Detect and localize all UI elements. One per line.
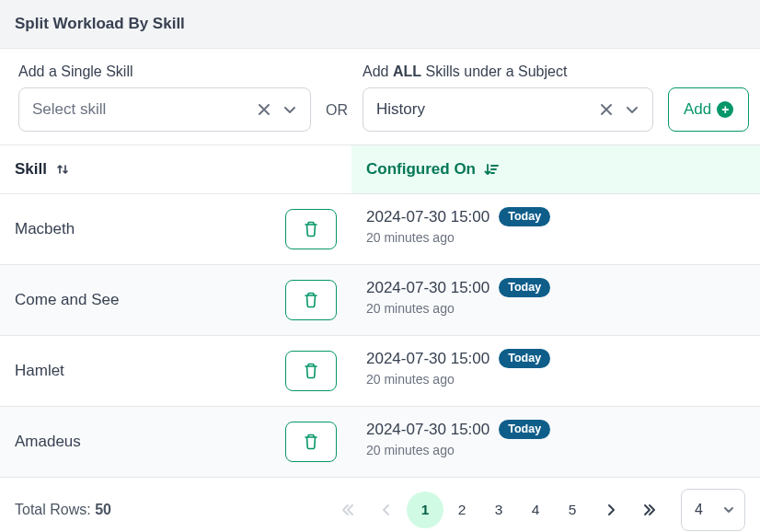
delete-row-button[interactable] xyxy=(285,280,337,320)
trash-icon xyxy=(304,434,318,450)
cell-configured: 2024-07-30 15:00Today20 minutes ago xyxy=(351,336,760,406)
subject-group: Add ALL Skills under a Subject History xyxy=(363,64,653,132)
subject-chevron-icon[interactable] xyxy=(621,98,643,121)
pagination: 12345 xyxy=(329,492,668,528)
skill-name: Macbeth xyxy=(15,220,75,238)
cell-configured: 2024-07-30 15:00Today20 minutes ago xyxy=(351,194,760,264)
table-row: Hamlet2024-07-30 15:00Today20 minutes ag… xyxy=(0,336,760,407)
x-icon xyxy=(257,102,271,117)
delete-row-button[interactable] xyxy=(285,209,337,249)
single-skill-group: Add a Single Skill Select skill xyxy=(18,64,311,132)
page-prev-button[interactable] xyxy=(368,492,405,528)
table-body: Macbeth2024-07-30 15:00Today20 minutes a… xyxy=(0,194,760,478)
chevron-down-icon xyxy=(625,102,639,117)
sort-both-icon xyxy=(54,161,71,178)
cell-configured: 2024-07-30 15:00Today20 minutes ago xyxy=(351,265,760,335)
trash-icon xyxy=(304,292,318,308)
page-number-button[interactable]: 2 xyxy=(443,492,480,528)
configured-timestamp: 2024-07-30 15:00 xyxy=(366,350,489,368)
page-header: Split Workload By Skill xyxy=(0,0,760,49)
page-title: Split Workload By Skill xyxy=(15,15,185,32)
cell-configured: 2024-07-30 15:00Today20 minutes ago xyxy=(351,407,760,477)
chevron-left-icon xyxy=(380,503,393,516)
total-rows: Total Rows: 50 xyxy=(15,502,111,518)
cell-skill: Macbeth xyxy=(0,194,351,264)
page-size-value: 4 xyxy=(695,502,703,518)
clear-subject-icon[interactable] xyxy=(595,98,617,121)
page-first-button[interactable] xyxy=(329,492,366,528)
page-number-button[interactable]: 3 xyxy=(480,492,517,528)
page-number-button[interactable]: 4 xyxy=(517,492,554,528)
clear-skill-icon[interactable] xyxy=(253,98,275,121)
skill-select-value: Select skill xyxy=(32,100,253,119)
table-header-row: Skill Configured On xyxy=(0,145,760,194)
delete-row-button[interactable] xyxy=(285,351,337,391)
configured-timestamp: 2024-07-30 15:00 xyxy=(366,279,489,297)
x-icon xyxy=(599,102,614,117)
table-row: Macbeth2024-07-30 15:00Today20 minutes a… xyxy=(0,194,760,265)
subject-select[interactable]: History xyxy=(363,87,653,132)
add-button-label: Add xyxy=(684,100,711,119)
chevron-right-icon xyxy=(605,503,617,516)
filter-bar: Add a Single Skill Select skill OR Add A… xyxy=(0,49,760,145)
skill-select[interactable]: Select skill xyxy=(18,87,311,132)
skill-chevron-icon[interactable] xyxy=(279,98,301,121)
column-header-skill[interactable]: Skill xyxy=(0,145,351,193)
cell-skill: Amadeus xyxy=(0,407,351,477)
delete-row-button[interactable] xyxy=(285,422,337,462)
time-ago: 20 minutes ago xyxy=(366,372,745,387)
chevrons-left-icon xyxy=(340,503,355,517)
time-ago: 20 minutes ago xyxy=(366,230,745,245)
page-number-button[interactable]: 5 xyxy=(554,492,591,528)
time-ago: 20 minutes ago xyxy=(366,301,745,316)
page-size-select[interactable]: 4 xyxy=(681,489,745,531)
table-row: Come and See2024-07-30 15:00Today20 minu… xyxy=(0,265,760,336)
skill-name: Amadeus xyxy=(15,433,81,451)
cell-skill: Come and See xyxy=(0,265,351,335)
page-next-button[interactable] xyxy=(593,492,629,528)
page-number-button[interactable]: 1 xyxy=(407,492,443,528)
add-button[interactable]: Add + xyxy=(668,87,749,132)
plus-circle-icon: + xyxy=(717,101,733,118)
today-badge: Today xyxy=(499,420,550,439)
or-separator: OR xyxy=(326,102,348,132)
skill-name: Hamlet xyxy=(15,362,64,380)
cell-skill: Hamlet xyxy=(0,336,351,406)
today-badge: Today xyxy=(499,278,550,297)
time-ago: 20 minutes ago xyxy=(366,443,745,457)
chevron-down-icon xyxy=(722,503,735,516)
subject-label: Add ALL Skills under a Subject xyxy=(363,64,653,80)
table-row: Amadeus2024-07-30 15:00Today20 minutes a… xyxy=(0,407,760,478)
page-numbers: 12345 xyxy=(407,492,591,528)
today-badge: Today xyxy=(499,349,550,368)
today-badge: Today xyxy=(499,207,550,226)
single-skill-label: Add a Single Skill xyxy=(18,64,311,80)
skill-name: Come and See xyxy=(15,291,119,309)
configured-timestamp: 2024-07-30 15:00 xyxy=(366,421,489,439)
table-footer: Total Rows: 50 12345 4 xyxy=(0,478,760,532)
configured-timestamp: 2024-07-30 15:00 xyxy=(366,208,489,226)
trash-icon xyxy=(304,221,318,237)
column-header-configured[interactable]: Configured On xyxy=(351,145,760,193)
chevron-down-icon xyxy=(282,102,297,117)
trash-icon xyxy=(304,363,318,379)
chevrons-right-icon xyxy=(642,503,657,517)
page-last-button[interactable] xyxy=(631,492,668,528)
subject-select-value: History xyxy=(376,100,595,119)
sort-desc-icon xyxy=(483,161,500,178)
